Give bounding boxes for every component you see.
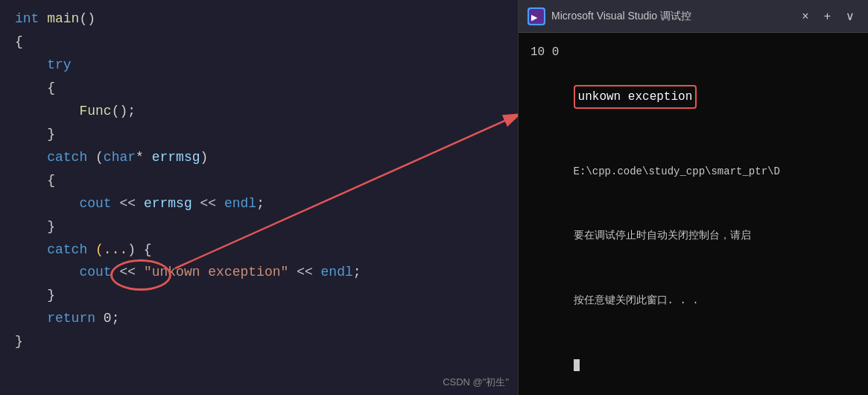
cursor-block xyxy=(574,359,580,371)
highlighted-exception: unkown exception xyxy=(574,85,697,110)
console-output-line3: E:\cpp.code\study_cpp\smart_ptr\D xyxy=(530,139,856,203)
close-button[interactable]: × xyxy=(797,8,813,25)
code-line: } xyxy=(0,123,518,146)
code-line: } xyxy=(0,330,518,353)
code-line: { xyxy=(0,31,518,54)
vs-icon: ▶ xyxy=(528,7,545,25)
console-panel: ▶ Microsoft Visual Studio 调试控 × + ∨ 10 0… xyxy=(518,0,868,395)
code-line: { xyxy=(0,169,518,192)
console-title: Microsoft Visual Studio 调试控 xyxy=(551,10,791,23)
more-button[interactable]: ∨ xyxy=(841,7,859,25)
code-line: } xyxy=(0,215,518,238)
code-container: int main(){ try { Func(); } catch (char*… xyxy=(0,7,518,353)
console-output-line5: 按任意键关闭此窗口. . . xyxy=(530,268,856,332)
svg-text:▶: ▶ xyxy=(531,13,538,22)
code-line: cout << "unkown exception" << endl; xyxy=(0,261,518,284)
code-line: int main() xyxy=(0,7,518,31)
console-body: 10 0 unkown exception E:\cpp.code\study_… xyxy=(519,33,868,395)
add-tab-button[interactable]: + xyxy=(820,8,835,25)
code-line: { xyxy=(0,77,518,100)
console-titlebar: ▶ Microsoft Visual Studio 调试控 × + ∨ xyxy=(519,0,868,33)
console-output-line4: 要在调试停止时自动关闭控制台，请启 xyxy=(530,204,856,268)
code-line: } xyxy=(0,284,518,307)
code-panel: int main(){ try { Func(); } catch (char*… xyxy=(0,0,518,395)
csdn-watermark: CSDN @"初生" xyxy=(443,376,509,389)
code-line: catch (...) { xyxy=(0,238,518,262)
console-cursor-line xyxy=(530,332,856,395)
console-output-line1: 10 0 xyxy=(530,42,856,63)
code-line: Func(); xyxy=(0,100,518,123)
code-line: cout << errmsg << endl; xyxy=(0,192,518,215)
console-output-line2: unkown exception xyxy=(530,63,856,130)
code-line: catch (char* errmsg) xyxy=(0,146,518,169)
code-line: try xyxy=(0,54,518,77)
code-line: return 0; xyxy=(0,307,518,330)
